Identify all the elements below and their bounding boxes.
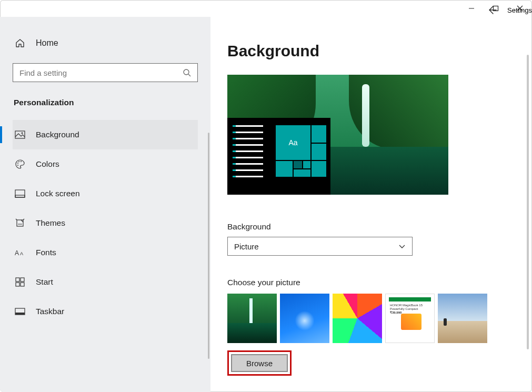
svg-rect-20 xyxy=(15,313,25,315)
titlebar: Settings xyxy=(0,0,532,17)
window-body: Home Personalization Background xyxy=(0,17,532,392)
nav-label: Lock screen xyxy=(36,189,80,198)
picture-thumb-3[interactable] xyxy=(333,294,382,343)
preview-start-overlay: Aa xyxy=(227,118,330,195)
start-icon xyxy=(15,277,25,287)
fonts-icon: AA xyxy=(15,248,25,257)
nav-label: Colors xyxy=(36,159,59,169)
svg-rect-18 xyxy=(21,283,24,286)
svg-text:A: A xyxy=(15,249,19,257)
svg-rect-11 xyxy=(15,195,25,197)
picture-thumb-1[interactable] xyxy=(227,294,277,343)
svg-rect-4 xyxy=(15,131,25,138)
sidebar-nav: Background Colors Lock screen Themes xyxy=(13,120,198,326)
svg-point-8 xyxy=(21,161,22,162)
svg-point-9 xyxy=(17,165,18,166)
svg-point-5 xyxy=(22,133,23,134)
app-title: Settings xyxy=(507,6,532,14)
picture-thumb-2[interactable] xyxy=(280,294,329,343)
nav-item-start[interactable]: Start xyxy=(13,267,198,297)
category-title: Personalization xyxy=(13,98,198,107)
home-nav[interactable]: Home xyxy=(13,38,198,48)
svg-rect-16 xyxy=(21,278,24,282)
home-label: Home xyxy=(36,38,58,48)
search-box[interactable] xyxy=(13,63,198,82)
picture-thumb-4[interactable]: HONOR MagicBook 15Powerfully Compact₹39,… xyxy=(385,294,435,343)
page-title: Background xyxy=(227,42,511,60)
sidebar: Home Personalization Background xyxy=(0,17,210,392)
picture-thumbnails: HONOR MagicBook 15Powerfully Compact₹39,… xyxy=(227,294,511,343)
nav-item-themes[interactable]: Themes xyxy=(13,208,198,238)
palette-icon xyxy=(15,159,25,169)
content-pane: Background Aa Background xyxy=(210,17,532,392)
svg-point-6 xyxy=(17,163,18,164)
svg-point-7 xyxy=(18,161,19,162)
back-icon[interactable] xyxy=(487,5,497,15)
nav-item-taskbar[interactable]: Taskbar xyxy=(13,297,198,326)
preview-sample-tile: Aa xyxy=(276,125,310,160)
nav-item-fonts[interactable]: AA Fonts xyxy=(13,238,198,267)
taskbar-icon xyxy=(15,308,25,315)
search-input[interactable] xyxy=(19,68,183,77)
dropdown-value: Picture xyxy=(234,242,259,251)
chevron-down-icon xyxy=(398,243,406,250)
nav-item-background[interactable]: Background xyxy=(13,120,198,149)
svg-text:A: A xyxy=(20,251,23,256)
sidebar-scrollbar[interactable] xyxy=(208,133,209,359)
titlebar-left: Settings xyxy=(475,5,532,15)
search-icon xyxy=(183,68,191,77)
themes-icon xyxy=(15,218,25,228)
nav-label: Background xyxy=(36,130,79,139)
nav-label: Themes xyxy=(36,218,65,228)
picture-icon xyxy=(15,130,25,139)
svg-line-3 xyxy=(188,74,190,76)
home-icon xyxy=(15,38,25,48)
nav-label: Start xyxy=(36,277,53,287)
picture-thumb-5[interactable] xyxy=(438,294,487,343)
nav-label: Fonts xyxy=(36,248,56,257)
svg-rect-10 xyxy=(15,190,25,197)
choose-picture-label: Choose your picture xyxy=(227,278,511,287)
nav-item-colors[interactable]: Colors xyxy=(13,149,198,179)
background-dropdown-label: Background xyxy=(227,222,511,232)
browse-button[interactable]: Browse xyxy=(231,354,288,372)
background-preview: Aa xyxy=(227,75,448,195)
background-dropdown[interactable]: Picture xyxy=(227,237,413,256)
svg-rect-17 xyxy=(16,283,19,286)
svg-rect-15 xyxy=(16,278,19,282)
nav-item-lockscreen[interactable]: Lock screen xyxy=(13,179,198,208)
svg-point-2 xyxy=(184,69,189,75)
browse-highlight: Browse xyxy=(227,350,292,376)
content-scrollbar[interactable] xyxy=(527,55,529,349)
nav-label: Taskbar xyxy=(36,307,64,316)
lockscreen-icon xyxy=(15,189,25,198)
settings-window: Settings Home xyxy=(0,0,532,392)
